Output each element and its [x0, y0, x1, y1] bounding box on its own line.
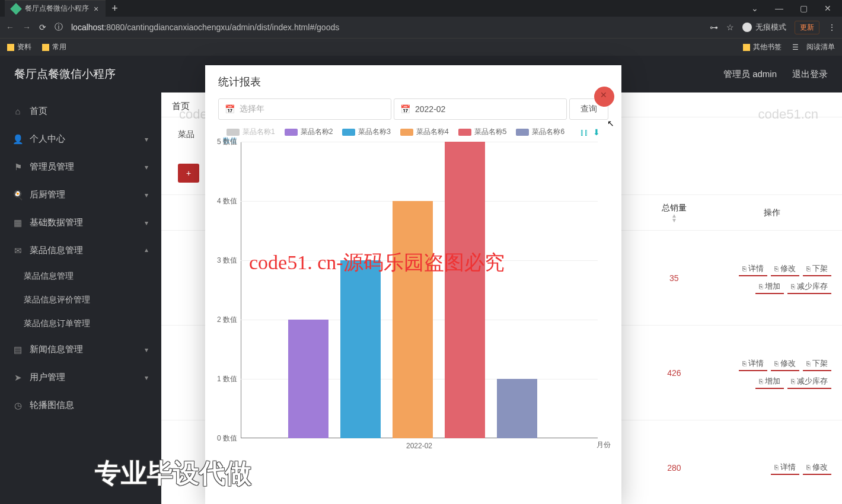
legend-swatch: [227, 129, 240, 136]
sidebar-item-dish-info[interactable]: ✉菜品信息管理▾: [0, 237, 161, 264]
sidebar-item-users[interactable]: ➤用户管理▾: [0, 363, 161, 391]
action-unshelf[interactable]: 下架: [803, 357, 831, 371]
list-icon: ☰: [792, 43, 799, 52]
chevron-down-icon: ▾: [145, 219, 148, 227]
action-modify[interactable]: 修改: [771, 262, 799, 276]
star-bookmark-icon[interactable]: ☆: [726, 23, 734, 32]
bookmark-item[interactable]: 资料: [7, 42, 31, 52]
nav-back-icon[interactable]: ←: [6, 23, 14, 32]
legend-item[interactable]: 菜品名称2: [285, 127, 333, 137]
action-detail[interactable]: 详情: [739, 262, 767, 276]
bookmark-item[interactable]: 常用: [42, 42, 66, 52]
window-minimize-icon[interactable]: —: [775, 4, 783, 13]
admin-label[interactable]: 管理员 admin: [723, 69, 777, 80]
browser-menu-icon[interactable]: ⋮: [828, 23, 836, 32]
nav-reload-icon[interactable]: ⟳: [39, 23, 46, 32]
legend-item[interactable]: 菜品名称5: [458, 127, 507, 137]
mail-icon: ✉: [13, 246, 23, 256]
sidebar-item-news[interactable]: ▤新闻信息管理▾: [0, 336, 161, 363]
legend-item[interactable]: 菜品名称4: [400, 127, 449, 137]
tab-close-icon[interactable]: ×: [94, 4, 98, 14]
y-tick: 5 数值: [217, 137, 237, 147]
window-controls: ⌄ — ▢ ✕: [751, 4, 842, 13]
sidebar-item-personal[interactable]: 👤个人中心▾: [0, 125, 161, 153]
user-icon: 👤: [13, 135, 23, 144]
action-modify[interactable]: 修改: [771, 357, 799, 371]
site-info-icon[interactable]: ⓘ: [55, 22, 63, 33]
action-reduce-stock[interactable]: 减少库存: [787, 375, 831, 389]
password-key-icon[interactable]: ⊶: [710, 23, 718, 32]
action-add-stock[interactable]: 增加: [755, 280, 784, 294]
new-tab-button[interactable]: +: [111, 2, 118, 15]
browser-tab[interactable]: 餐厅点餐微信小程序 ×: [5, 0, 106, 17]
sidebar-sub-dish-info[interactable]: 菜品信息管理: [0, 264, 161, 288]
action-detail[interactable]: 详情: [739, 357, 767, 371]
y-tick: 0 数值: [217, 433, 237, 444]
sidebar-sub-dish-review[interactable]: 菜品信息评价管理: [0, 288, 161, 312]
chevron-up-icon: ▾: [145, 247, 148, 255]
logout-link[interactable]: 退出登录: [792, 69, 828, 80]
year-picker[interactable]: 📅选择年: [218, 98, 391, 120]
sidebar-item-carousel[interactable]: ◷轮播图信息: [0, 391, 161, 419]
stats-modal: 统计报表 ↖ 📅选择年 📅2022-02 查询 菜品名称1菜品名称2菜品名称3菜…: [205, 65, 621, 504]
action-unshelf[interactable]: 下架: [803, 262, 831, 276]
chart-bar[interactable]: [445, 142, 485, 438]
app-title: 餐厅点餐微信小程序: [14, 66, 116, 82]
chart-bar[interactable]: [288, 320, 328, 438]
chevron-down-icon: ▾: [145, 374, 148, 382]
url-input[interactable]: localhost:8080/cantingdiancanxiaochengxu…: [71, 23, 701, 32]
other-bookmarks[interactable]: 其他书签: [743, 42, 782, 52]
action-add-stock[interactable]: 增加: [755, 375, 784, 389]
legend-item[interactable]: 菜品名称3: [342, 127, 391, 137]
incognito-icon: [742, 23, 752, 32]
tab-home[interactable]: 首页: [172, 101, 190, 111]
chart-bar[interactable]: [497, 379, 537, 438]
y-tick: 2 数值: [217, 315, 237, 325]
send-icon: ➤: [13, 373, 23, 382]
modal-close-button[interactable]: ↖: [594, 87, 614, 107]
bookmarks-bar: 资料 常用 其他书签 ☰ 阅读清单: [0, 38, 842, 56]
month-picker[interactable]: 📅2022-02: [394, 98, 567, 120]
sort-icon[interactable]: ▲▼: [636, 213, 713, 223]
window-maximize-icon[interactable]: ▢: [800, 4, 808, 13]
chart-bar-icon[interactable]: ⫿⫿: [580, 127, 588, 137]
window-dropdown-icon[interactable]: ⌄: [751, 4, 758, 13]
sidebar-sub-dish-order[interactable]: 菜品信息订单管理: [0, 312, 161, 336]
legend-item[interactable]: 菜品名称6: [516, 127, 564, 137]
update-button[interactable]: 更新: [795, 21, 819, 34]
chart-bar[interactable]: [393, 201, 433, 438]
sidebar: ⌂首页 👤个人中心▾ ⚑管理员管理▾ 🍳后厨管理▾ ▦基础数据管理▾ ✉菜品信息…: [0, 92, 161, 504]
add-button[interactable]: +: [178, 164, 199, 183]
action-detail[interactable]: 详情: [771, 461, 799, 475]
sidebar-item-kitchen[interactable]: 🍳后厨管理▾: [0, 181, 161, 209]
folder-icon: [743, 44, 750, 51]
cell-sales: 35: [636, 273, 713, 283]
clock-icon: ◷: [13, 401, 23, 410]
tab-title: 餐厅点餐微信小程序: [25, 4, 89, 14]
calendar-icon: 📅: [225, 104, 235, 114]
action-reduce-stock[interactable]: 减少库存: [787, 280, 831, 294]
flag-icon: ⚑: [13, 162, 23, 172]
nav-forward-icon[interactable]: →: [23, 23, 31, 32]
sidebar-item-base-data[interactable]: ▦基础数据管理▾: [0, 209, 161, 237]
incognito-indicator[interactable]: 无痕模式: [742, 22, 786, 33]
x-category-label: 2022-02: [406, 442, 432, 450]
sidebar-item-home[interactable]: ⌂首页: [0, 97, 161, 125]
window-close-icon[interactable]: ✕: [824, 4, 831, 13]
modal-title: 统计报表: [205, 65, 621, 94]
legend-swatch: [285, 129, 298, 136]
browser-tab-strip: 餐厅点餐微信小程序 × + ⌄ — ▢ ✕: [0, 0, 842, 17]
download-icon[interactable]: ⬇: [593, 127, 600, 137]
legend-swatch: [516, 129, 529, 136]
sidebar-item-admin-mgmt[interactable]: ⚑管理员管理▾: [0, 153, 161, 181]
action-modify[interactable]: 修改: [803, 461, 831, 475]
chevron-down-icon: ▾: [145, 191, 148, 199]
col-sales[interactable]: 总销量▲▼: [636, 203, 713, 223]
y-tick: 4 数值: [217, 196, 237, 206]
vue-favicon: [10, 3, 22, 15]
chart-bar[interactable]: [340, 260, 381, 438]
y-axis: [241, 142, 241, 438]
reading-list[interactable]: ☰ 阅读清单: [792, 42, 835, 52]
home-icon: ⌂: [13, 107, 23, 116]
y-tick: 3 数值: [217, 256, 237, 266]
